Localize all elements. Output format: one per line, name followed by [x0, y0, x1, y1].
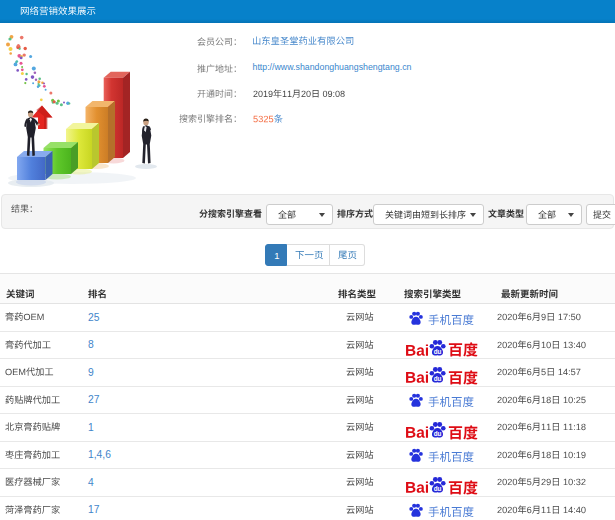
- svg-text:du: du: [434, 375, 442, 382]
- svg-text:du: du: [434, 485, 442, 492]
- svg-text:du: du: [434, 347, 442, 354]
- svg-text:du: du: [434, 430, 442, 437]
